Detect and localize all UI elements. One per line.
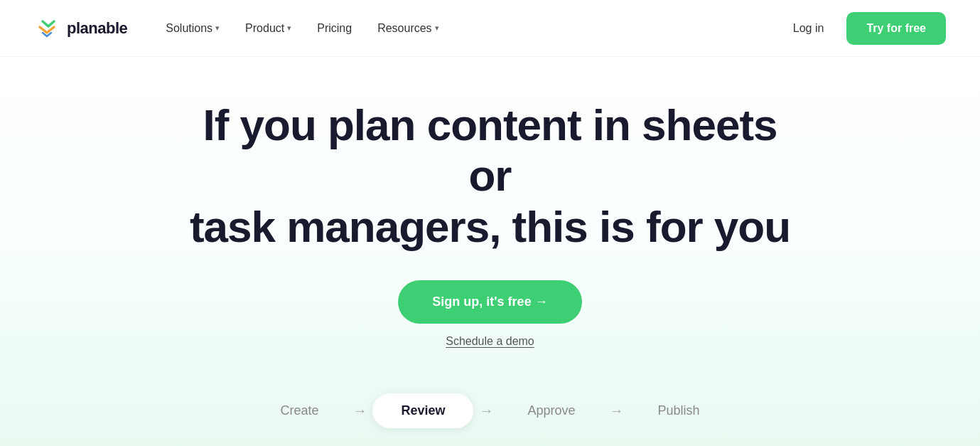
nav-item-product[interactable]: Product ▾: [235, 16, 301, 41]
hero-section: If you plan content in sheets or task ma…: [0, 57, 980, 376]
solutions-chevron-icon: ▾: [215, 23, 220, 33]
login-button[interactable]: Log in: [782, 16, 836, 41]
navbar-right: Log in Try for free: [782, 12, 946, 45]
workflow-step-create[interactable]: Create: [252, 393, 347, 428]
workflow-arrow-2: →: [473, 403, 499, 419]
nav-item-resources[interactable]: Resources ▾: [367, 16, 448, 41]
hero-title: If you plan content in sheets or task ma…: [185, 100, 796, 252]
try-for-free-button[interactable]: Try for free: [846, 12, 946, 45]
nav-pricing-label: Pricing: [317, 22, 352, 35]
workflow-step-approve[interactable]: Approve: [499, 393, 603, 428]
nav-item-pricing[interactable]: Pricing: [307, 16, 362, 41]
signup-button[interactable]: Sign up, it's free →: [398, 280, 581, 324]
schedule-demo-link[interactable]: Schedule a demo: [446, 335, 534, 348]
workflow-step-publish[interactable]: Publish: [630, 393, 728, 428]
navbar-left: planable Solutions ▾ Product ▾ Pricing R…: [34, 16, 449, 41]
nav-resources-label: Resources: [377, 22, 431, 35]
resources-chevron-icon: ▾: [435, 23, 439, 33]
workflow-arrow-1: →: [347, 403, 372, 419]
product-chevron-icon: ▾: [287, 23, 291, 33]
nav-product-label: Product: [245, 22, 284, 35]
navbar: planable Solutions ▾ Product ▾ Pricing R…: [0, 0, 980, 57]
nav-links: Solutions ▾ Product ▾ Pricing Resources …: [156, 16, 448, 41]
planable-logo-icon: [34, 16, 60, 41]
workflow-bar: Create → Review → Approve → Publish: [0, 376, 980, 446]
workflow-step-review[interactable]: Review: [372, 393, 473, 428]
logo[interactable]: planable: [34, 16, 127, 41]
workflow-arrow-3: →: [604, 403, 630, 419]
nav-item-solutions[interactable]: Solutions ▾: [156, 16, 230, 41]
nav-solutions-label: Solutions: [166, 22, 212, 35]
logo-text: planable: [67, 19, 127, 38]
hero-cta-group: Sign up, it's free → Schedule a demo: [398, 280, 581, 348]
